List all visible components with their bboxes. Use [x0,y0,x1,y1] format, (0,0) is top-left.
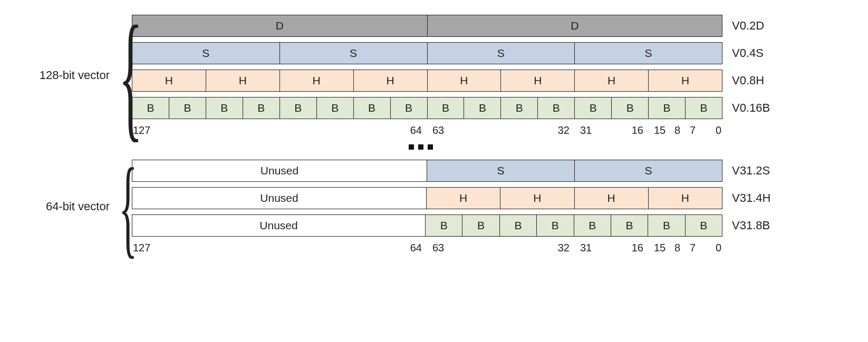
bit-ruler-64: 127 64 63 32 31 16 15 8 7 0 [132,242,848,253]
lane-b: B [574,215,611,236]
lane-s: S [427,43,575,64]
lane-h: H [500,70,574,91]
row-v0-2d: D D V0.2D [132,15,848,37]
row-label: V0.2D [732,19,779,33]
row-v31-4h: Unused H H H H V31.4H [132,187,848,209]
bit-tick: 127 [133,124,150,136]
bit-tick: 63 [432,124,444,136]
row-label: V31.8B [732,219,779,232]
bit-tick: 64 [410,124,422,136]
bit-tick: 8 [674,242,680,254]
lane-h: H [574,188,648,209]
lane-b: B [574,97,611,119]
lane-b: B [462,215,499,236]
lane-b: B [500,97,537,119]
bit-tick: 16 [632,242,643,254]
group-64-bit: 64-bit vector { Unused S S V31.2S Unused… [20,160,848,253]
row-v0-4s: S S S S V0.4S [132,42,848,64]
group-128-label: 128-bit vector [20,69,110,82]
lane-b: B [243,97,279,119]
row-label: V31.2S [732,164,779,178]
lane-d: D [132,15,427,36]
lane-h: H [500,188,574,209]
lane-h: H [353,70,427,91]
lane-s: S [132,43,279,64]
lane-d: D [427,15,722,36]
bit-tick: 64 [410,242,422,254]
bit-tick: 32 [558,242,570,254]
row-label: V31.4H [732,191,779,205]
bit-tick: 8 [674,124,680,136]
bit-tick: 0 [716,242,721,254]
lane-s: S [574,160,722,181]
bit-tick: 0 [716,124,721,136]
lane-b: B [685,97,722,119]
row-v0-8h: H H H H H H H H V0.8H [132,70,848,92]
bit-tick: 7 [690,124,696,136]
bit-tick: 7 [690,242,696,254]
bit-tick: 31 [580,242,592,254]
rows-128: D D V0.2D S S S S V0.4S H H H H H H H [132,15,848,136]
lane-s: S [427,160,574,181]
lane-h: H [427,70,501,91]
row-label: V0.4S [732,46,779,60]
lane-b: B [464,97,500,119]
bit-tick: 127 [133,242,150,254]
lane-b: B [390,97,427,119]
lane-b: B [279,97,316,119]
lane-b: B [537,97,574,119]
lane-h: H [648,70,722,91]
bit-ruler-128: 127 64 63 32 31 16 15 8 7 0 [132,124,848,136]
bit-tick: 31 [580,124,592,136]
lane-h: H [574,70,648,91]
lane-s: S [279,43,427,64]
lane-b: B [169,97,206,119]
row-v31-8b: Unused B B B B B B B B V31.8B [132,214,848,237]
bit-tick: 63 [432,242,444,254]
lane-b: B [499,215,536,236]
row-label: V0.8H [732,74,779,87]
bit-tick: 16 [632,124,643,136]
lane-h: H [426,188,500,209]
bit-tick: 15 [654,242,666,254]
lane-h: H [206,70,279,91]
rows-64: Unused S S V31.2S Unused H H H H V31.4H … [132,160,848,253]
lane-unused: Unused [132,160,427,181]
lane-b: B [316,97,353,119]
group-128-bit: 128-bit vector { D D V0.2D S S S S V0.4S… [20,15,848,136]
lane-unused: Unused [132,215,425,236]
lane-b: B [648,97,685,119]
lane-b: B [353,97,390,119]
lane-b: B [427,97,464,119]
bit-tick: 32 [558,124,570,136]
lane-h: H [648,188,722,209]
group-64-label: 64-bit vector [20,200,110,213]
row-v31-2s: Unused S S V31.2S [132,160,848,182]
row-v0-16b: B B B B B B B B B B B B B B B B V0.16B [132,97,848,119]
lane-s: S [574,43,722,64]
lane-b: B [648,215,684,236]
lane-h: H [132,70,206,91]
lane-h: H [279,70,353,91]
lane-b: B [536,215,573,236]
lane-b: B [611,97,648,119]
lane-unused: Unused [132,188,426,209]
lane-b: B [685,215,722,236]
lane-b: B [425,215,462,236]
bit-tick: 15 [654,124,666,136]
lane-b: B [206,97,243,119]
row-label: V0.16B [732,101,779,115]
lane-b: B [611,215,648,236]
